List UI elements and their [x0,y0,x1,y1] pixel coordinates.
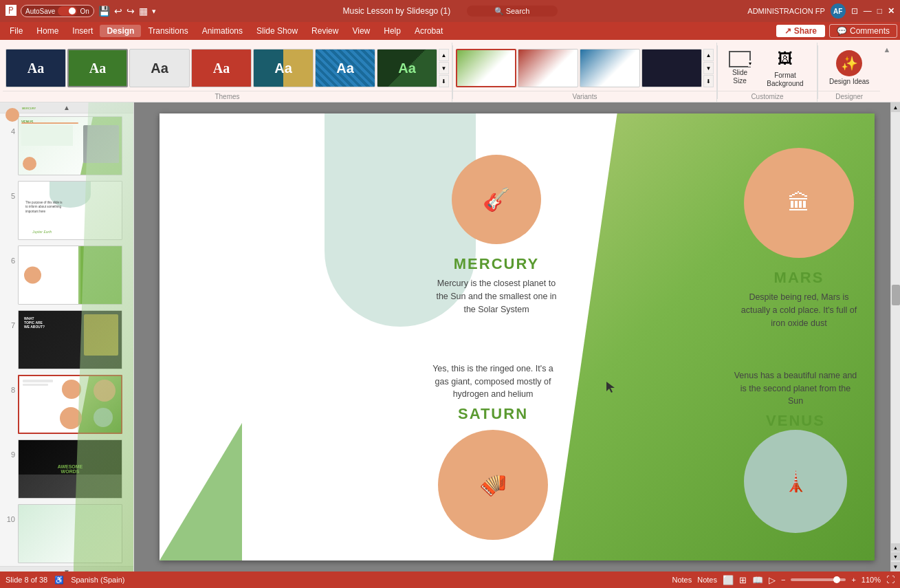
theme-item-4[interactable]: Aa [191,49,252,87]
slide-num-6: 6 [4,257,15,265]
vscroll-down[interactable]: ▼ [891,562,901,571]
slideshow-btn[interactable]: ▷ [769,575,776,585]
variant-item-3[interactable] [580,49,640,87]
powerpoint-icon: 🅿 [6,5,17,17]
slide-sorter-btn[interactable]: ⊞ [739,575,747,585]
zoom-level[interactable]: 110% [861,576,881,584]
zoom-thumb [833,576,840,583]
minimize-button[interactable]: — [864,6,872,16]
redo-icon[interactable]: ↪ [127,6,135,17]
zoom-out-btn[interactable]: − [781,576,785,584]
menu-help[interactable]: Help [377,25,408,37]
theme-item-7[interactable]: Aa [377,49,437,87]
search-icon: 🔍 Search [467,6,558,17]
design-ideas-button[interactable]: ✨ Design Ideas [824,47,875,89]
menu-review[interactable]: Review [305,25,345,37]
mars-section: 🏛 MARS Despite being red, Mars is actual… [723,148,875,329]
design-ideas-label: Design Ideas [829,78,869,86]
close-button[interactable]: ✕ [888,6,894,16]
theme-item-6[interactable]: Aa [315,49,375,87]
zoom-in-btn[interactable]: + [851,576,855,584]
language-label: Spanish (Spain) [71,576,124,584]
slide-num-8: 8 [4,386,15,394]
title-bar-left: 🅿 AutoSave On 💾 ↩ ↪ ▦ ▾ [6,5,302,17]
theme-item-3[interactable]: Aa [129,49,190,87]
customize-qat-icon[interactable]: ▾ [152,7,156,16]
status-bar-right: Notes Notes ⬜ ⊞ 📖 ▷ − + 110% ⛶ [672,575,894,585]
slide-thumb-10[interactable]: 10 MERCURY [0,501,133,566]
slide-panel-scroll-up[interactable]: ▲ [63,104,70,111]
ribbon-collapse-btn[interactable]: ▲ [883,45,890,54]
menu-insert[interactable]: Insert [65,25,100,37]
slide-size-button[interactable]: ▾ SlideSize [723,48,756,88]
undo-icon[interactable]: ↩ [114,6,122,17]
title-bar: 🅿 AutoSave On 💾 ↩ ↪ ▦ ▾ Music Lesson by … [0,0,900,22]
fit-slide-btn[interactable]: ⛶ [886,575,894,585]
accessibility-icon[interactable]: ♿ [54,576,64,585]
share-button[interactable]: ↗ Share [776,25,825,37]
menu-acrobat[interactable]: Acrobat [408,25,450,37]
venus-section: 🗼 VENUS Venus has a beautiful name and i… [723,369,868,540]
venus-title: VENUS [766,412,825,430]
theme-item-2[interactable]: Aa [67,49,128,87]
mercury-desc: Mercury is the closest planet to the Sun… [435,277,558,316]
thumb-img-10: MERCURY [18,504,122,563]
menu-animations[interactable]: Animations [195,25,250,37]
saturn-section: 🪗 SATURN Yes, this is the ringed one. It… [421,362,565,540]
themes-scroll-expand[interactable]: ⬇ [439,75,449,87]
theme-item-5[interactable]: Aa [253,49,314,87]
variant-item-2[interactable] [518,49,578,87]
slide-bg-triangle [160,423,242,560]
variants-scroll[interactable]: ▲ ▼ ⬇ [703,49,714,87]
user-avatar: AF [831,3,846,19]
main-area: ▲ 4 VENUS 5 [0,102,900,571]
vscroll-line-down[interactable]: ▼ [891,552,901,560]
variants-scroll-expand[interactable]: ⬇ [703,75,714,87]
menu-transitions[interactable]: Transitions [141,25,195,37]
format-background-button[interactable]: 🖼 Format Background [759,45,811,91]
menu-view[interactable]: View [345,25,377,37]
ribbon-collapse-icon[interactable]: ⊡ [851,6,858,16]
variant-item-4[interactable] [641,49,702,87]
variants-scroll-up[interactable]: ▲ [703,49,714,61]
menu-file[interactable]: File [3,25,30,37]
slide-canvas[interactable]: 🎸 MERCURY Mercury is the closest planet … [160,113,875,560]
normal-view-btn[interactable]: ⬜ [723,575,734,585]
vscroll-up[interactable]: ▲ [891,102,901,112]
variants-scroll-down[interactable]: ▼ [703,62,714,74]
themes-scroll[interactable]: ▲ ▼ ⬇ [439,49,449,87]
slide-num-9: 9 [4,450,15,459]
save-icon[interactable]: 💾 [98,6,110,17]
slide-info: Slide 8 of 38 [6,576,47,584]
vscroll-line-up[interactable]: ▲ [891,543,901,552]
mercury-section: 🎸 MERCURY Mercury is the closest planet … [428,155,565,316]
themes-scroll-up[interactable]: ▲ [439,49,449,61]
slide-size-icon: ▾ [729,51,751,67]
menu-home[interactable]: Home [30,25,65,37]
variant-item-1[interactable] [456,49,516,87]
present-icon[interactable]: ▦ [139,6,148,17]
autosave-badge[interactable]: AutoSave On [21,5,94,17]
ribbon: Aa Aa Aa Aa Aa Aa Aa ▲ ▼ ⬇ Themes [0,40,900,102]
comments-button[interactable]: 💬 Comments [829,24,897,38]
slide-canvas-area: ▲ ▲ ▼ ▼ 🎸 MERCURY [134,102,900,571]
vscroll-thumb[interactable] [892,285,900,305]
zoom-slider[interactable] [791,578,846,581]
document-title: Music Lesson by Slidesgo (1) [342,6,450,16]
mercury-circle: 🎸 [452,155,541,244]
menu-design[interactable]: Design [100,25,141,37]
theme-item-1[interactable]: Aa [6,49,66,87]
themes-scroll-down[interactable]: ▼ [439,62,449,74]
slide-panel-scroll-down[interactable]: ▼ [63,568,70,571]
menu-slideshow[interactable]: Slide Show [250,25,305,37]
notes-button[interactable]: Notes [672,576,692,584]
title-bar-center: Music Lesson by Slidesgo (1) 🔍 Search [302,6,598,16]
format-background-label: Format Background [765,72,806,88]
autosave-toggle[interactable] [58,6,77,16]
notes-label[interactable]: Notes [697,576,717,584]
saturn-icon: 🪗 [479,472,507,498]
reading-view-btn[interactable]: 📖 [752,575,763,585]
saturn-circle: 🪗 [438,430,548,540]
mars-icon: 🏛 [788,190,810,216]
maximize-button[interactable]: □ [877,6,882,16]
